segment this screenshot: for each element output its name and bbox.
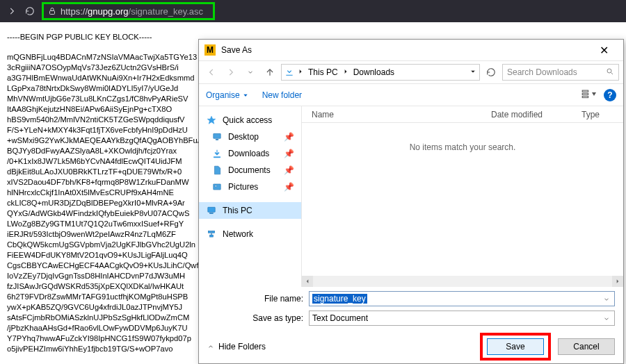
reload-button[interactable] [24, 5, 36, 17]
breadcrumb-downloads[interactable]: Downloads [352, 67, 396, 77]
star-icon [206, 115, 217, 126]
file-name-input[interactable]: signature_key [309, 291, 615, 306]
save-type-label: Save as type: [241, 313, 303, 323]
desktop-icon [211, 131, 223, 142]
url-text: https://gnupg.org/signature_key.asc [61, 6, 203, 17]
downloads-icon [211, 148, 223, 159]
pin-icon: 📌 [284, 132, 294, 142]
dialog-title: Save As [221, 45, 252, 55]
hide-folders-toggle[interactable]: Hide Folders [207, 342, 266, 351]
pin-icon: 📌 [284, 165, 294, 175]
nav-documents[interactable]: Documents 📌 [199, 162, 301, 179]
svg-point-13 [215, 185, 216, 187]
browser-toolbar: https://gnupg.org/signature_key.asc [0, 0, 626, 22]
dialog-nav-toolbar: This PC Downloads Search Downloads [199, 60, 623, 84]
svg-line-3 [611, 72, 613, 74]
svg-rect-5 [582, 90, 588, 92]
search-input[interactable]: Search Downloads [502, 64, 619, 81]
file-list-pane: Name Date modified Type No items match y… [302, 106, 623, 287]
chevron-right-icon [297, 67, 304, 77]
save-type-select[interactable]: Text Document [309, 311, 615, 326]
file-name-value: signature_key [312, 294, 367, 304]
chevron-right-icon [342, 67, 349, 77]
nav-network[interactable]: Network [199, 226, 301, 242]
documents-icon [211, 165, 223, 176]
dialog-command-bar: Organise New folder ? [199, 84, 623, 106]
column-name[interactable]: Name [302, 110, 491, 119]
pictures-icon [211, 181, 223, 192]
svg-rect-17 [212, 231, 215, 233]
file-list-body[interactable]: No items match your search. [302, 123, 623, 276]
lock-icon [48, 7, 56, 15]
nav-pictures[interactable]: Pictures 📌 [199, 179, 301, 195]
search-icon [606, 67, 614, 78]
scroll-left-button[interactable] [302, 276, 313, 287]
scroll-right-button[interactable] [612, 276, 623, 287]
svg-marker-9 [207, 116, 216, 124]
nav-quick-access[interactable]: Quick access [199, 112, 301, 129]
nav-pane: Quick access Desktop 📌 Downloads 📌 Docum… [199, 106, 302, 287]
dialog-titlebar[interactable]: M Save As ✕ [199, 40, 623, 60]
save-type-value: Text Document [312, 313, 368, 323]
svg-marker-21 [617, 279, 619, 283]
close-button[interactable]: ✕ [590, 44, 618, 57]
dialog-footer: Hide Folders Save Cancel [199, 330, 623, 363]
network-icon [206, 229, 217, 240]
app-icon: M [204, 44, 216, 56]
svg-rect-7 [582, 97, 588, 98]
column-type[interactable]: Type [581, 110, 623, 119]
downloads-icon [284, 67, 294, 78]
svg-marker-4 [243, 94, 247, 96]
save-fields: File name: signature_key Save as type: T… [199, 287, 623, 330]
list-header[interactable]: Name Date modified Type [302, 106, 623, 123]
empty-message: No items match your search. [410, 142, 516, 152]
pgp-body: mQGNBFjLuq4BDACnM7zNSIaVMAacTwjXa5TGYe13… [7, 53, 202, 353]
file-name-dropdown[interactable] [600, 293, 613, 306]
new-folder-button[interactable]: New folder [262, 90, 302, 100]
pin-icon: 📌 [284, 149, 294, 158]
cancel-button[interactable]: Cancel [558, 338, 615, 355]
back-button[interactable] [203, 64, 220, 81]
dialog-body: Quick access Desktop 📌 Downloads 📌 Docum… [199, 106, 623, 287]
recent-dropdown[interactable] [242, 64, 259, 81]
svg-rect-6 [582, 93, 588, 94]
svg-marker-8 [593, 93, 595, 96]
forward-button[interactable] [223, 64, 239, 81]
up-button[interactable] [262, 64, 278, 81]
save-type-dropdown[interactable] [600, 313, 613, 325]
breadcrumb-dropdown[interactable] [470, 67, 476, 77]
nav-downloads[interactable]: Downloads 📌 [199, 145, 301, 162]
svg-rect-12 [214, 184, 221, 190]
svg-rect-0 [50, 11, 55, 15]
nav-this-pc[interactable]: This PC [199, 202, 301, 219]
svg-rect-15 [210, 213, 214, 214]
pin-icon: 📌 [284, 182, 294, 192]
svg-marker-20 [307, 279, 309, 283]
file-name-label: File name: [241, 294, 303, 304]
save-button-highlight: Save [480, 333, 551, 361]
save-button[interactable]: Save [487, 338, 544, 355]
breadcrumb[interactable]: This PC Downloads [281, 64, 480, 81]
svg-rect-18 [210, 235, 214, 237]
svg-rect-10 [214, 133, 221, 138]
view-options-button[interactable] [581, 89, 597, 101]
save-as-dialog: M Save As ✕ This PC Downloads Search Dow… [198, 39, 624, 364]
svg-rect-14 [208, 207, 216, 212]
column-date[interactable]: Date modified [491, 110, 581, 119]
forward-button[interactable] [6, 5, 18, 17]
refresh-button[interactable] [483, 64, 499, 81]
organise-menu[interactable]: Organise [206, 90, 248, 100]
nav-desktop[interactable]: Desktop 📌 [199, 129, 301, 145]
help-button[interactable]: ? [604, 89, 616, 101]
breadcrumb-this-pc[interactable]: This PC [307, 67, 339, 77]
pgp-header: -----BEGIN PGP PUBLIC KEY BLOCK----- [7, 33, 152, 41]
svg-point-2 [607, 69, 611, 73]
this-pc-icon [206, 205, 217, 216]
svg-rect-11 [216, 140, 218, 140]
horizontal-scrollbar[interactable] [302, 276, 623, 287]
chevron-up-icon [207, 343, 214, 350]
svg-rect-16 [208, 231, 211, 233]
search-placeholder: Search Downloads [507, 67, 577, 77]
address-bar[interactable]: https://gnupg.org/signature_key.asc [42, 2, 215, 20]
